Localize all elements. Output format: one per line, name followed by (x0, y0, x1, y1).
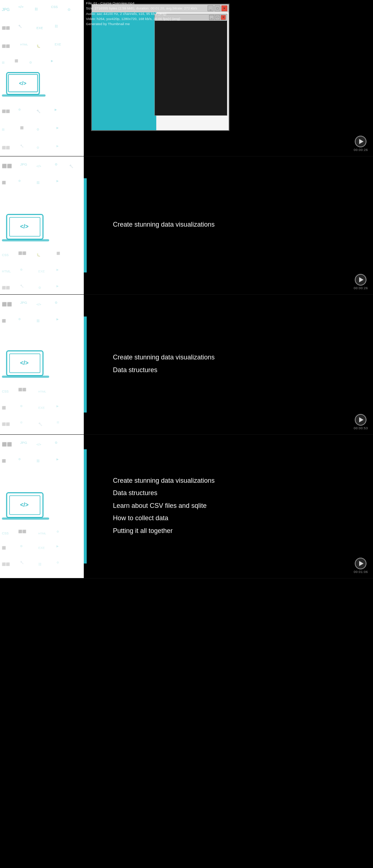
svg-rect-45 (2, 239, 49, 241)
play-button-3[interactable]: 00:00:53 (354, 414, 368, 430)
svg-text:</>: </> (36, 303, 41, 306)
svg-text:▶: ▶ (56, 284, 59, 288)
svg-text:⚙: ⚙ (18, 318, 21, 321)
right-panel-3: Create stunning data visualizations Data… (84, 295, 373, 434)
svg-text:HTML: HTML (38, 390, 46, 393)
svg-text:🐛: 🐛 (36, 44, 41, 48)
right-panel-2: Create stunning data visualizations 00:0… (84, 156, 373, 294)
bg-pattern-3: ⬛⬛ JPG </> ⚙ ⬛ ⚙ ⛓ ▶ </> CSS ⬛⬛ HTML ⬛ ⚙… (0, 295, 84, 434)
file-info-line3: Audio: aac 44100 Hz, 2 channels, s16, 95… (86, 11, 197, 16)
section-video-preview: File: 01 - Course Overview.mp4 Size: 271… (0, 0, 373, 156)
svg-text:⬛⬛: ⬛⬛ (2, 26, 10, 30)
content-item-4-4: How to collect data (113, 513, 362, 524)
svg-text:⬛⬛: ⬛⬛ (2, 302, 12, 307)
svg-text:CSS: CSS (2, 531, 8, 535)
svg-text:▶: ▶ (51, 59, 54, 63)
svg-text:HTML: HTML (2, 270, 11, 273)
content-item-4-2: Data structures (113, 487, 362, 499)
play-circle-3[interactable] (355, 414, 366, 426)
svg-text:⚙: ⚙ (55, 163, 58, 166)
svg-text:⬛: ⬛ (2, 459, 6, 463)
svg-text:⚙: ⚙ (20, 545, 23, 548)
svg-text:⚙: ⚙ (36, 128, 39, 131)
svg-text:EXE: EXE (55, 43, 61, 46)
svg-text:⚙: ⚙ (20, 421, 23, 424)
svg-text:⛓: ⛓ (55, 24, 58, 28)
svg-text:JPG: JPG (20, 162, 27, 166)
svg-text:JPG: JPG (2, 7, 9, 12)
svg-text:</>: </> (36, 443, 41, 446)
svg-text:</>: </> (20, 223, 28, 230)
svg-text:▶: ▶ (56, 405, 59, 408)
svg-text:🔧: 🔧 (38, 422, 43, 426)
timestamp-1: 00:00:26 (354, 148, 368, 152)
play-button-1[interactable]: 00:00:26 (354, 136, 368, 152)
teal-accent-4 (84, 449, 87, 564)
svg-text:⛓: ⛓ (38, 562, 42, 566)
svg-text:⊞: ⊞ (2, 128, 5, 131)
svg-text:⬛⬛: ⬛⬛ (2, 163, 12, 168)
maximize-btn[interactable]: □ (215, 5, 220, 11)
video-white-half: _ □ ✕ (156, 12, 229, 130)
left-panel-3: ⬛⬛ JPG </> ⚙ ⬛ ⚙ ⛓ ▶ </> CSS ⬛⬛ HTML ⬛ ⚙… (0, 295, 84, 434)
svg-text:⬛: ⬛ (2, 546, 6, 550)
svg-text:⬛⬛: ⬛⬛ (2, 422, 10, 426)
svg-text:⚙: ⚙ (38, 286, 41, 290)
svg-text:⬛⬛: ⬛⬛ (2, 442, 12, 447)
svg-text:⚙: ⚙ (18, 108, 21, 111)
close-btn[interactable]: ✕ (221, 5, 227, 11)
svg-text:⬛⬛: ⬛⬛ (2, 286, 10, 290)
inner-maximize-btn[interactable]: □ (215, 15, 220, 20)
file-info-block: File: 01 - Course Overview.mp4 Size: 271… (84, 0, 199, 27)
svg-text:CSS: CSS (2, 253, 8, 257)
svg-text:</>: </> (20, 360, 28, 366)
play-button-4[interactable]: 00:01:06 (354, 558, 368, 574)
section-4: ⬛⬛ JPG </> ⚙ ⬛ ⚙ ⛓ ▶ </> CSS ⬛⬛ HTML ⚙ ⬛… (0, 435, 373, 578)
svg-text:⬛: ⬛ (15, 59, 18, 63)
svg-text:⛓: ⛓ (35, 7, 38, 11)
content-item-4-1: Create stunning data visualizations (113, 475, 362, 486)
play-circle-2[interactable] (355, 274, 366, 286)
teal-accent-3 (84, 316, 87, 413)
svg-text:</>: </> (20, 502, 28, 508)
play-button-2[interactable]: 00:00:26 (354, 274, 368, 290)
svg-text:⚙: ⚙ (67, 8, 71, 12)
svg-text:HTML: HTML (38, 532, 46, 535)
svg-text:EXE: EXE (38, 546, 45, 550)
play-circle-4[interactable] (355, 558, 366, 569)
svg-rect-69 (2, 375, 49, 378)
teal-accent-2 (84, 178, 87, 272)
svg-text:EXE: EXE (38, 406, 45, 410)
timestamp-3: 00:00:53 (354, 426, 368, 430)
svg-text:⬛: ⬛ (2, 406, 6, 410)
svg-text:⬛⬛: ⬛⬛ (2, 44, 10, 48)
svg-text:⚙: ⚙ (20, 405, 23, 408)
content-item-4-3: Learn about CSV files and sqlite (113, 500, 362, 511)
file-info-line4: Video: h264, yuv420p, 1280x720, 168 kb/s… (86, 16, 197, 21)
svg-text:🐛: 🐛 (36, 253, 41, 257)
svg-text:⬛⬛: ⬛⬛ (18, 529, 27, 534)
bg-pattern-4: ⬛⬛ JPG </> ⚙ ⬛ ⚙ ⛓ ▶ </> CSS ⬛⬛ HTML ⚙ ⬛… (0, 435, 84, 578)
inner-close-btn[interactable]: ✕ (221, 15, 226, 20)
svg-text:</>: </> (36, 164, 41, 168)
left-panel-2: ⬛⬛ JPG </> ⚙ 🔧 ⬛ ⚙ ⛓ ▶ </> CSS ⬛⬛ 🐛 ⬛ HT… (0, 156, 84, 294)
bg-pattern-1: JPG </> ⛓ CSS ⚙ </> ⬛⬛ 🔧 EXE ⛓ ⬛⬛ HTML 🐛… (0, 0, 84, 156)
minimize-btn[interactable]: _ (208, 5, 213, 11)
content-item-3-1: Create stunning data visualizations (113, 352, 362, 363)
inner-minimize-btn[interactable]: _ (209, 15, 214, 20)
svg-text:CSS: CSS (51, 5, 58, 9)
video-teal-half (92, 12, 156, 130)
play-circle-1[interactable] (355, 136, 366, 147)
svg-rect-92 (2, 517, 49, 519)
left-panel-4: ⬛⬛ JPG </> ⚙ ⬛ ⚙ ⛓ ▶ </> CSS ⬛⬛ HTML ⚙ ⬛… (0, 435, 84, 578)
svg-text:⬛⬛: ⬛⬛ (2, 109, 10, 114)
svg-text:⚙: ⚙ (20, 268, 23, 271)
svg-text:▶: ▶ (56, 179, 59, 183)
svg-text:⚙: ⚙ (56, 561, 59, 564)
content-item-4-5: Putting it all together (113, 525, 362, 537)
svg-text:⬛: ⬛ (56, 251, 60, 255)
left-panel-1: JPG </> ⛓ CSS ⚙ </> ⬛⬛ 🔧 EXE ⛓ ⬛⬛ HTML 🐛… (0, 0, 84, 156)
timestamp-4: 00:01:06 (354, 570, 368, 574)
svg-text:⚙: ⚙ (55, 301, 58, 304)
svg-text:CSS: CSS (2, 390, 8, 393)
